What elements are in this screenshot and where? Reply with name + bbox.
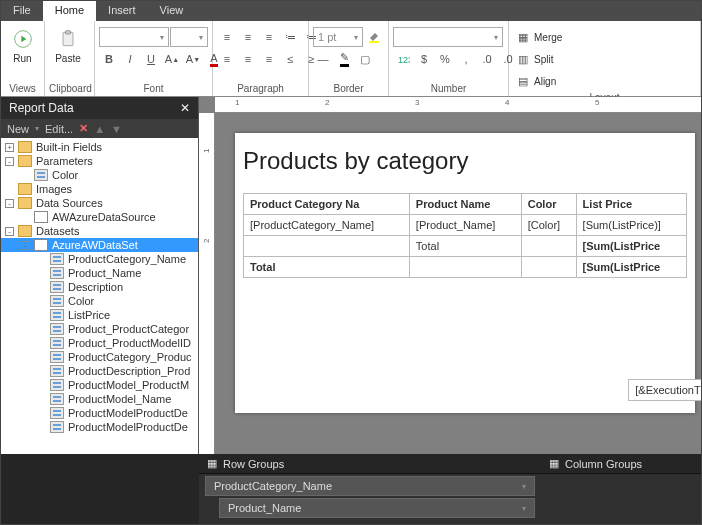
tree-item[interactable]: -Parameters	[1, 154, 198, 168]
tree-item[interactable]: ProductCategory_Produc	[1, 350, 198, 364]
tree-item[interactable]: AWAzureDataSource	[1, 210, 198, 224]
decimal-inc-button[interactable]: .0	[477, 49, 497, 69]
table-cell[interactable]	[521, 236, 576, 257]
delete-icon[interactable]: ✕	[79, 122, 88, 135]
row-group-item[interactable]: ProductCategory_Name▾	[205, 476, 535, 496]
table-cell[interactable]: Total	[244, 257, 410, 278]
tree-item[interactable]: Color	[1, 294, 198, 308]
field-icon	[50, 295, 64, 307]
table-cell[interactable]: [Sum(ListPrice	[576, 236, 686, 257]
tab-home[interactable]: Home	[43, 1, 96, 21]
tree-item[interactable]: Product_Name	[1, 266, 198, 280]
tab-file[interactable]: File	[1, 1, 43, 21]
folder-icon	[18, 155, 32, 167]
comma-button[interactable]: ,	[456, 49, 476, 69]
currency-symbol-button[interactable]: $	[414, 49, 434, 69]
underline-button[interactable]: U	[141, 49, 161, 69]
expand-icon[interactable]: -	[21, 241, 30, 250]
column-header[interactable]: Product Name	[409, 194, 521, 215]
execution-time-textbox[interactable]: [&ExecutionTime	[628, 379, 701, 401]
align-center-button[interactable]: ≡	[238, 27, 258, 47]
bold-button[interactable]: B	[99, 49, 119, 69]
column-header[interactable]: List Price	[576, 194, 686, 215]
tree-item[interactable]: ProductDescription_Prod	[1, 364, 198, 378]
tab-insert[interactable]: Insert	[96, 1, 148, 21]
tree-item[interactable]: ProductModelProductDe	[1, 420, 198, 434]
expand-icon[interactable]: -	[5, 157, 14, 166]
report-title[interactable]: Products by category	[243, 141, 687, 193]
field-icon	[50, 365, 64, 377]
report-data-tree[interactable]: +Built-in Fields-ParametersColorImages-D…	[1, 138, 198, 454]
font-size-dropdown[interactable]: ▾	[170, 27, 208, 47]
svg-rect-3	[369, 41, 379, 43]
split-button[interactable]: ▥	[513, 49, 533, 69]
field-icon	[50, 253, 64, 265]
valign-top-button[interactable]: ≡	[217, 49, 237, 69]
font-family-dropdown[interactable]: ▾	[99, 27, 169, 47]
table-cell[interactable]	[244, 236, 410, 257]
font-shrink-button[interactable]: A▼	[183, 49, 203, 69]
fill-color-button[interactable]	[364, 27, 384, 47]
border-style-button[interactable]: —	[313, 49, 333, 69]
table-cell[interactable]: [Sum(ListPrice)]	[576, 215, 686, 236]
tree-item[interactable]: -AzureAWDataSet	[1, 238, 198, 252]
currency-button[interactable]: 123	[393, 49, 413, 69]
tab-view[interactable]: View	[148, 1, 196, 21]
tree-item[interactable]: -Datasets	[1, 224, 198, 238]
merge-button[interactable]: ▦	[513, 27, 533, 47]
report-table[interactable]: Product Category NaProduct NameColorList…	[243, 193, 687, 278]
folder-icon	[18, 183, 32, 195]
tree-item[interactable]: Images	[1, 182, 198, 196]
indent-decrease-button[interactable]: ≤	[280, 49, 300, 69]
tree-item[interactable]: Product_ProductModelID	[1, 336, 198, 350]
tree-item[interactable]: +Built-in Fields	[1, 140, 198, 154]
column-header[interactable]: Product Category Na	[244, 194, 410, 215]
expand-icon[interactable]: -	[5, 199, 14, 208]
move-up-icon[interactable]: ▲	[94, 123, 105, 135]
table-cell[interactable]: [Color]	[521, 215, 576, 236]
tree-item[interactable]: Product_ProductCategor	[1, 322, 198, 336]
tree-item[interactable]: ProductModel_Name	[1, 392, 198, 406]
table-cell[interactable]	[409, 257, 521, 278]
run-button[interactable]: Run	[5, 23, 40, 64]
tree-item[interactable]: ProductModelProductDe	[1, 406, 198, 420]
tree-item[interactable]: Color	[1, 168, 198, 182]
table-cell[interactable]: Total	[409, 236, 521, 257]
paste-button[interactable]: Paste	[49, 23, 87, 64]
italic-button[interactable]: I	[120, 49, 140, 69]
tree-item[interactable]: -Data Sources	[1, 196, 198, 210]
table-cell[interactable]: [Sum(ListPrice	[576, 257, 686, 278]
table-cell[interactable]	[521, 257, 576, 278]
border-preset-button[interactable]: ▢	[355, 49, 375, 69]
table-icon: ▦	[549, 457, 559, 470]
chevron-down-icon[interactable]: ▾	[522, 482, 526, 491]
edit-button[interactable]: Edit...	[45, 123, 73, 135]
bullets-button[interactable]: ≔	[280, 27, 300, 47]
close-icon[interactable]: ✕	[180, 101, 190, 115]
number-format-dropdown[interactable]: ▾	[393, 27, 503, 47]
valign-bottom-button[interactable]: ≡	[259, 49, 279, 69]
percent-button[interactable]: %	[435, 49, 455, 69]
font-grow-button[interactable]: A▲	[162, 49, 182, 69]
border-color-button[interactable]: ✎	[334, 49, 354, 69]
valign-middle-button[interactable]: ≡	[238, 49, 258, 69]
move-down-icon[interactable]: ▼	[111, 123, 122, 135]
align-left-button[interactable]: ≡	[217, 27, 237, 47]
tree-item[interactable]: ListPrice	[1, 308, 198, 322]
row-group-item[interactable]: Product_Name▾	[219, 498, 535, 518]
report-design-surface[interactable]: Products by category Product Category Na…	[235, 133, 695, 413]
align-right-button[interactable]: ≡	[259, 27, 279, 47]
table-cell[interactable]: [ProductCategory_Name]	[244, 215, 410, 236]
expand-icon[interactable]: +	[5, 143, 14, 152]
tree-item[interactable]: Description	[1, 280, 198, 294]
table-cell[interactable]: [Product_Name]	[409, 215, 521, 236]
chevron-down-icon[interactable]: ▾	[522, 504, 526, 513]
border-width-dropdown[interactable]: 1 pt▾	[313, 27, 363, 47]
svg-text:123: 123	[398, 55, 410, 65]
tree-item[interactable]: ProductModel_ProductM	[1, 378, 198, 392]
tree-item[interactable]: ProductCategory_Name	[1, 252, 198, 266]
align-button[interactable]: ▤	[513, 71, 533, 91]
new-button[interactable]: New	[7, 123, 29, 135]
column-header[interactable]: Color	[521, 194, 576, 215]
expand-icon[interactable]: -	[5, 227, 14, 236]
